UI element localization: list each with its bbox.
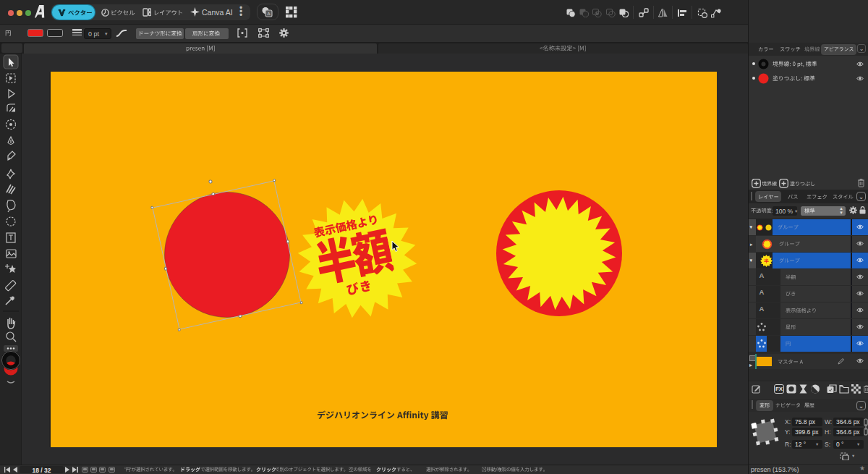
svg-text:A: A <box>267 12 270 16</box>
svg-text:半: 半 <box>764 258 769 263</box>
